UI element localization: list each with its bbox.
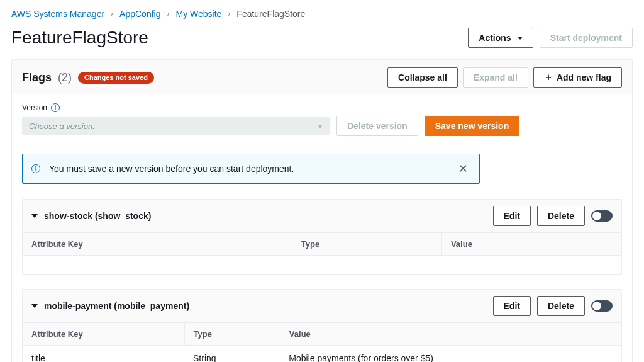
delete-flag-button[interactable]: Delete: [537, 206, 585, 226]
flag-enabled-toggle[interactable]: [591, 300, 613, 312]
col-value: Value: [441, 233, 621, 256]
flag-name: mobile-payment (mobile_payment): [44, 301, 189, 311]
version-label-row: Version i: [22, 103, 622, 112]
flag-toggle-expand[interactable]: show-stock (show_stock): [31, 211, 151, 221]
chevron-down-icon: [31, 304, 38, 308]
flag-toggle-expand[interactable]: mobile-payment (mobile_payment): [31, 301, 189, 311]
save-version-alert: i You must save a new version before you…: [22, 154, 480, 184]
page-title: FeatureFlagStore: [11, 28, 148, 48]
info-icon[interactable]: i: [51, 103, 60, 112]
chevron-down-icon: [31, 214, 38, 218]
flags-panel-actions: Collapse all Expand all + Add new flag: [387, 67, 622, 88]
table-row: title String Mobile payments (for orders…: [23, 345, 621, 362]
empty-row: [23, 256, 621, 274]
flags-panel-body: Version i Choose a version. ▼ Delete ver…: [12, 94, 632, 362]
breadcrumb-link[interactable]: My Website: [175, 9, 221, 19]
add-new-flag-button[interactable]: + Add new flag: [533, 67, 622, 88]
attr-type: String: [184, 345, 280, 362]
flag-name: show-stock (show_stock): [44, 211, 151, 221]
chevron-right-icon: ›: [228, 9, 230, 18]
breadcrumb-link[interactable]: AppConfig: [119, 9, 160, 19]
flag-enabled-toggle[interactable]: [591, 210, 613, 222]
delete-flag-button[interactable]: Delete: [537, 296, 585, 316]
page-header: FeatureFlagStore Actions Start deploymen…: [11, 28, 633, 48]
expand-all-button: Expand all: [463, 67, 528, 88]
flag-actions: Edit Delete: [493, 206, 613, 226]
start-deployment-button: Start deployment: [540, 28, 633, 48]
close-icon[interactable]: ✕: [456, 162, 470, 176]
plus-icon: +: [544, 73, 553, 82]
breadcrumb-current: FeatureFlagStore: [236, 9, 305, 19]
flag-card: mobile-payment (mobile_payment) Edit Del…: [22, 289, 622, 363]
flag-card: show-stock (show_stock) Edit Delete Attr…: [22, 199, 622, 275]
attributes-table: Attribute Key Type Value title String Mo…: [23, 322, 621, 363]
col-type: Type: [184, 322, 280, 345]
header-actions: Actions Start deployment: [468, 28, 633, 48]
breadcrumb: AWS Systems Manager › AppConfig › My Web…: [11, 9, 633, 19]
flags-panel: Flags (2) Changes not saved Collapse all…: [11, 59, 633, 362]
chevron-right-icon: ›: [167, 9, 169, 18]
version-row: Choose a version. ▼ Delete version Save …: [22, 116, 622, 136]
collapse-all-button[interactable]: Collapse all: [387, 67, 458, 88]
col-attribute-key: Attribute Key: [23, 233, 292, 256]
flags-heading: Flags (2) Changes not saved: [22, 71, 154, 84]
col-type: Type: [292, 233, 441, 256]
edit-flag-button[interactable]: Edit: [493, 296, 531, 316]
flags-title: Flags: [22, 71, 52, 84]
delete-version-button: Delete version: [336, 116, 418, 136]
flags-count: (2): [58, 71, 72, 84]
version-label: Version: [22, 103, 47, 112]
version-select: Choose a version. ▼: [22, 117, 330, 135]
flags-panel-header: Flags (2) Changes not saved Collapse all…: [12, 60, 632, 94]
changes-not-saved-badge: Changes not saved: [78, 72, 154, 84]
attributes-table: Attribute Key Type Value: [23, 232, 621, 274]
chevron-down-icon: ▼: [317, 123, 323, 130]
flag-header: show-stock (show_stock) Edit Delete: [23, 200, 621, 232]
actions-dropdown[interactable]: Actions: [468, 28, 533, 48]
alert-message: You must save a new version before you c…: [49, 164, 447, 174]
version-placeholder: Choose a version.: [29, 122, 95, 131]
chevron-down-icon: [518, 37, 523, 40]
info-icon: i: [31, 164, 40, 173]
start-deployment-label: Start deployment: [550, 31, 622, 44]
flag-header: mobile-payment (mobile_payment) Edit Del…: [23, 290, 621, 322]
col-attribute-key: Attribute Key: [23, 322, 184, 345]
actions-label: Actions: [479, 31, 511, 44]
breadcrumb-link[interactable]: AWS Systems Manager: [11, 9, 104, 19]
flag-actions: Edit Delete: [493, 296, 613, 316]
attr-key: title: [23, 345, 184, 362]
col-value: Value: [280, 322, 621, 345]
chevron-right-icon: ›: [111, 9, 113, 18]
attr-value: Mobile payments (for orders over $5): [280, 345, 621, 362]
add-flag-label: Add new flag: [557, 71, 611, 84]
edit-flag-button[interactable]: Edit: [493, 206, 531, 226]
save-new-version-button[interactable]: Save new version: [425, 116, 520, 136]
